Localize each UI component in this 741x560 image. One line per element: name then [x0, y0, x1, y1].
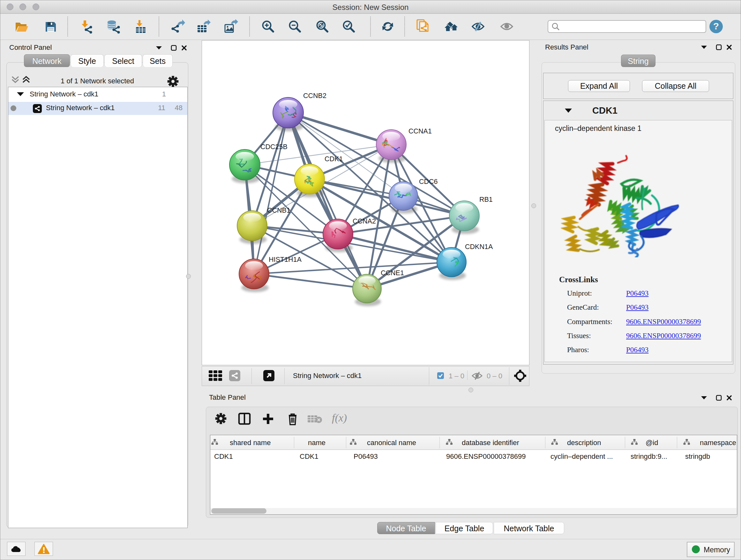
svg-text:CCNB1: CCNB1: [267, 206, 290, 214]
svg-text:CCNB2: CCNB2: [303, 92, 327, 100]
svg-text:CCNA2: CCNA2: [353, 217, 376, 225]
svg-text:HIST1H1A: HIST1H1A: [269, 256, 301, 263]
svg-text:RB1: RB1: [479, 196, 493, 203]
svg-text:CDC6: CDC6: [419, 178, 438, 186]
svg-text:CCNA1: CCNA1: [408, 127, 432, 135]
svg-text:CCNE1: CCNE1: [381, 269, 404, 277]
svg-text:CDKN1A: CDKN1A: [465, 243, 493, 251]
svg-text:?: ?: [713, 21, 719, 31]
svg-text:CDC25B: CDC25B: [260, 143, 287, 151]
svg-text:CDK1: CDK1: [325, 155, 343, 163]
